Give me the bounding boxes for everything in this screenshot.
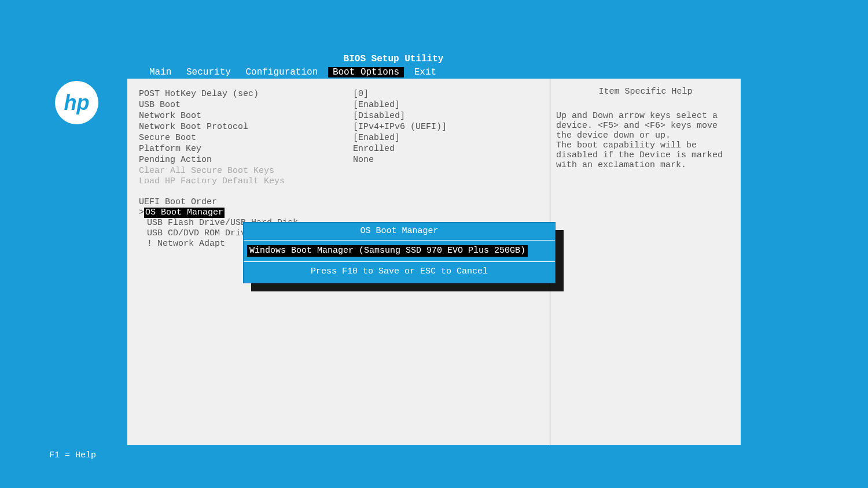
main-area: POST HotKey Delay (sec) [0] USB Boot [En… (127, 79, 741, 445)
popup-selected-item[interactable]: Windows Boot Manager (Samsung SSD 970 EV… (247, 245, 528, 257)
popup-title: OS Boot Manager (244, 223, 555, 241)
setting-value: Enrolled (353, 144, 538, 154)
help-title: Item Specific Help (556, 87, 735, 97)
hp-logo-icon: hp (55, 81, 98, 124)
menu-security[interactable]: Security (182, 67, 236, 77)
setting-label: POST HotKey Delay (sec) (139, 89, 353, 99)
title-bar: BIOS Setup Utility (46, 52, 741, 66)
setting-value: [Enabled] (353, 133, 538, 143)
menu-main[interactable]: Main (145, 67, 176, 77)
setting-pending-action[interactable]: Pending Action None (139, 155, 538, 165)
help-body: Up and Down arrow keys select a device. … (556, 111, 735, 170)
selector-arrow-icon: > (139, 208, 144, 218)
bios-screen: BIOS Setup Utility Main Security Configu… (46, 52, 741, 465)
setting-usb-boot[interactable]: USB Boot [Enabled] (139, 100, 538, 110)
setting-value: [IPv4+IPv6 (UEFI)] (353, 122, 538, 132)
uefi-boot-order-header: UEFI Boot Order (139, 197, 538, 208)
boot-item-os-boot-manager[interactable]: >OS Boot Manager (139, 208, 538, 218)
setting-network-boot-protocol[interactable]: Network Boot Protocol [IPv4+IPv6 (UEFI)] (139, 122, 538, 132)
setting-secure-boot[interactable]: Secure Boot [Enabled] (139, 133, 538, 143)
action-clear-secure-boot-keys: Clear All Secure Boot Keys (139, 166, 538, 176)
setting-post-hotkey-delay[interactable]: POST HotKey Delay (sec) [0] (139, 89, 538, 99)
setting-network-boot[interactable]: Network Boot [Disabled] (139, 111, 538, 121)
menu-exit[interactable]: Exit (410, 67, 441, 77)
setting-value: [Disabled] (353, 111, 538, 121)
os-boot-manager-popup: OS Boot Manager Windows Boot Manager (Sa… (243, 222, 556, 283)
setting-platform-key[interactable]: Platform Key Enrolled (139, 144, 538, 154)
menu-bar: Main Security Configuration Boot Options… (46, 66, 741, 79)
setting-label: Secure Boot (139, 133, 353, 143)
setting-label: Network Boot (139, 111, 353, 121)
footer-help: F1 = Help (46, 450, 96, 460)
setting-label: Pending Action (139, 155, 353, 165)
menu-configuration[interactable]: Configuration (241, 67, 322, 77)
action-load-hp-factory-defaults: Load HP Factory Default Keys (139, 176, 538, 187)
boot-item-label: OS Boot Manager (144, 208, 225, 218)
help-panel: Item Specific Help Up and Down arrow key… (550, 79, 741, 445)
content-panel: POST HotKey Delay (sec) [0] USB Boot [En… (127, 79, 550, 445)
setting-label: Platform Key (139, 144, 353, 154)
setting-value: None (353, 155, 538, 165)
logo-area: hp (55, 81, 98, 124)
popup-footer: Press F10 to Save or ESC to Cancel (244, 262, 555, 283)
menu-boot-options[interactable]: Boot Options (328, 67, 404, 77)
setting-label: USB Boot (139, 100, 353, 110)
popup-body: Windows Boot Manager (Samsung SSD 970 EV… (244, 241, 555, 262)
setting-label: Network Boot Protocol (139, 122, 353, 132)
setting-value: [0] (353, 89, 538, 99)
setting-value: [Enabled] (353, 100, 538, 110)
